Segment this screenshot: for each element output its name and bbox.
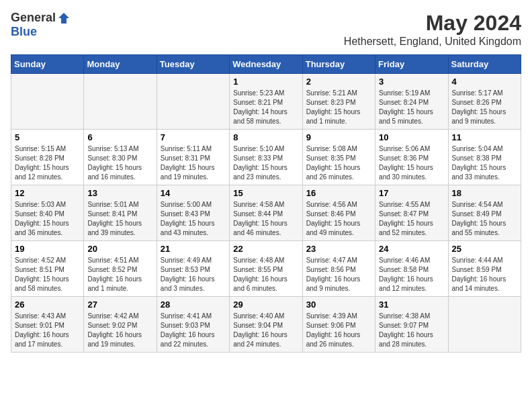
day-number: 17 bbox=[379, 188, 444, 198]
day-detail: Sunrise: 4:44 AM Sunset: 8:59 PM Dayligh… bbox=[452, 256, 517, 293]
day-detail: Sunrise: 4:55 AM Sunset: 8:47 PM Dayligh… bbox=[379, 200, 444, 238]
day-detail: Sunrise: 4:49 AM Sunset: 8:53 PM Dayligh… bbox=[161, 256, 226, 293]
calendar-cell: 1Sunrise: 5:23 AM Sunset: 8:21 PM Daylig… bbox=[230, 74, 302, 130]
day-detail: Sunrise: 5:19 AM Sunset: 8:24 PM Dayligh… bbox=[379, 89, 444, 126]
day-detail: Sunrise: 4:48 AM Sunset: 8:55 PM Dayligh… bbox=[233, 256, 298, 293]
calendar-cell: 22Sunrise: 4:48 AM Sunset: 8:55 PM Dayli… bbox=[230, 241, 302, 297]
calendar-cell: 9Sunrise: 5:08 AM Sunset: 8:35 PM Daylig… bbox=[302, 130, 375, 185]
day-detail: Sunrise: 4:43 AM Sunset: 9:01 PM Dayligh… bbox=[15, 312, 80, 349]
calendar-cell: 15Sunrise: 4:58 AM Sunset: 8:44 PM Dayli… bbox=[230, 185, 302, 241]
day-number: 30 bbox=[306, 300, 371, 310]
day-number: 23 bbox=[306, 244, 371, 254]
day-number: 25 bbox=[452, 244, 517, 254]
title-block: May 2024 Hethersett, England, United Kin… bbox=[344, 11, 521, 48]
calendar-cell: 3Sunrise: 5:19 AM Sunset: 8:24 PM Daylig… bbox=[375, 74, 448, 130]
header-thursday: Thursday bbox=[302, 55, 375, 74]
calendar-cell: 28Sunrise: 4:41 AM Sunset: 9:03 PM Dayli… bbox=[157, 297, 229, 353]
day-detail: Sunrise: 5:21 AM Sunset: 8:23 PM Dayligh… bbox=[306, 89, 371, 126]
calendar-cell: 20Sunrise: 4:51 AM Sunset: 8:52 PM Dayli… bbox=[84, 241, 157, 297]
day-detail: Sunrise: 5:04 AM Sunset: 8:38 PM Dayligh… bbox=[452, 144, 517, 182]
day-number: 14 bbox=[161, 188, 226, 198]
day-detail: Sunrise: 5:11 AM Sunset: 8:31 PM Dayligh… bbox=[161, 144, 226, 182]
day-detail: Sunrise: 4:52 AM Sunset: 8:51 PM Dayligh… bbox=[15, 256, 80, 293]
day-number: 9 bbox=[306, 132, 371, 142]
day-detail: Sunrise: 5:13 AM Sunset: 8:30 PM Dayligh… bbox=[87, 144, 152, 182]
header-friday: Friday bbox=[375, 55, 448, 74]
day-detail: Sunrise: 4:39 AM Sunset: 9:06 PM Dayligh… bbox=[306, 312, 371, 349]
calendar-cell: 25Sunrise: 4:44 AM Sunset: 8:59 PM Dayli… bbox=[448, 241, 521, 297]
day-number: 31 bbox=[379, 300, 444, 310]
calendar-cell bbox=[84, 74, 157, 130]
header-sunday: Sunday bbox=[11, 55, 84, 74]
day-detail: Sunrise: 5:06 AM Sunset: 8:36 PM Dayligh… bbox=[379, 144, 444, 182]
calendar-cell: 12Sunrise: 5:03 AM Sunset: 8:40 PM Dayli… bbox=[11, 185, 84, 241]
calendar-week-row: 1Sunrise: 5:23 AM Sunset: 8:21 PM Daylig… bbox=[11, 74, 521, 130]
subtitle: Hethersett, England, United Kingdom bbox=[344, 36, 521, 48]
calendar-cell: 2Sunrise: 5:21 AM Sunset: 8:23 PM Daylig… bbox=[302, 74, 375, 130]
calendar-cell bbox=[11, 74, 84, 130]
logo: General Blue bbox=[11, 11, 71, 39]
day-number: 13 bbox=[87, 188, 152, 198]
day-detail: Sunrise: 4:42 AM Sunset: 9:02 PM Dayligh… bbox=[87, 312, 152, 349]
calendar-cell: 4Sunrise: 5:17 AM Sunset: 8:26 PM Daylig… bbox=[448, 74, 521, 130]
svg-marker-0 bbox=[58, 13, 69, 24]
day-detail: Sunrise: 4:38 AM Sunset: 9:07 PM Dayligh… bbox=[379, 312, 444, 349]
day-number: 3 bbox=[379, 77, 444, 87]
day-number: 19 bbox=[15, 244, 80, 254]
calendar-cell: 11Sunrise: 5:04 AM Sunset: 8:38 PM Dayli… bbox=[448, 130, 521, 185]
day-detail: Sunrise: 4:51 AM Sunset: 8:52 PM Dayligh… bbox=[87, 256, 152, 293]
day-number: 20 bbox=[87, 244, 152, 254]
calendar-cell: 13Sunrise: 5:01 AM Sunset: 8:41 PM Dayli… bbox=[84, 185, 157, 241]
day-number: 11 bbox=[452, 132, 517, 142]
calendar-cell bbox=[157, 74, 229, 130]
day-detail: Sunrise: 4:56 AM Sunset: 8:46 PM Dayligh… bbox=[306, 200, 371, 238]
day-detail: Sunrise: 4:41 AM Sunset: 9:03 PM Dayligh… bbox=[161, 312, 226, 349]
calendar-table: SundayMondayTuesdayWednesdayThursdayFrid… bbox=[11, 54, 521, 353]
calendar-week-row: 5Sunrise: 5:15 AM Sunset: 8:28 PM Daylig… bbox=[11, 130, 521, 185]
calendar-cell: 17Sunrise: 4:55 AM Sunset: 8:47 PM Dayli… bbox=[375, 185, 448, 241]
calendar-cell: 26Sunrise: 4:43 AM Sunset: 9:01 PM Dayli… bbox=[11, 297, 84, 353]
day-number: 5 bbox=[15, 132, 80, 142]
calendar-cell: 31Sunrise: 4:38 AM Sunset: 9:07 PM Dayli… bbox=[375, 297, 448, 353]
day-detail: Sunrise: 4:40 AM Sunset: 9:04 PM Dayligh… bbox=[233, 312, 298, 349]
day-number: 24 bbox=[379, 244, 444, 254]
calendar-cell: 29Sunrise: 4:40 AM Sunset: 9:04 PM Dayli… bbox=[230, 297, 302, 353]
day-number: 10 bbox=[379, 132, 444, 142]
day-number: 22 bbox=[233, 244, 298, 254]
calendar-cell: 30Sunrise: 4:39 AM Sunset: 9:06 PM Dayli… bbox=[302, 297, 375, 353]
day-number: 8 bbox=[233, 132, 298, 142]
calendar-cell: 14Sunrise: 5:00 AM Sunset: 8:43 PM Dayli… bbox=[157, 185, 229, 241]
day-detail: Sunrise: 5:10 AM Sunset: 8:33 PM Dayligh… bbox=[233, 144, 298, 182]
header-wednesday: Wednesday bbox=[230, 55, 302, 74]
day-detail: Sunrise: 5:23 AM Sunset: 8:21 PM Dayligh… bbox=[233, 89, 298, 126]
day-number: 21 bbox=[161, 244, 226, 254]
logo-general-text: General bbox=[11, 11, 56, 25]
calendar-cell: 19Sunrise: 4:52 AM Sunset: 8:51 PM Dayli… bbox=[11, 241, 84, 297]
day-detail: Sunrise: 5:15 AM Sunset: 8:28 PM Dayligh… bbox=[15, 144, 80, 182]
day-detail: Sunrise: 5:08 AM Sunset: 8:35 PM Dayligh… bbox=[306, 144, 371, 182]
calendar-cell: 18Sunrise: 4:54 AM Sunset: 8:49 PM Dayli… bbox=[448, 185, 521, 241]
day-number: 7 bbox=[161, 132, 226, 142]
main-title: May 2024 bbox=[344, 11, 521, 36]
calendar-cell: 27Sunrise: 4:42 AM Sunset: 9:02 PM Dayli… bbox=[84, 297, 157, 353]
day-detail: Sunrise: 5:00 AM Sunset: 8:43 PM Dayligh… bbox=[161, 200, 226, 238]
day-number: 2 bbox=[306, 77, 371, 87]
calendar-cell: 21Sunrise: 4:49 AM Sunset: 8:53 PM Dayli… bbox=[157, 241, 229, 297]
header: General Blue May 2024 Hethersett, Englan… bbox=[11, 11, 521, 48]
day-number: 12 bbox=[15, 188, 80, 198]
day-number: 28 bbox=[161, 300, 226, 310]
day-number: 4 bbox=[452, 77, 517, 87]
day-number: 15 bbox=[233, 188, 298, 198]
calendar-week-row: 12Sunrise: 5:03 AM Sunset: 8:40 PM Dayli… bbox=[11, 185, 521, 241]
day-detail: Sunrise: 5:03 AM Sunset: 8:40 PM Dayligh… bbox=[15, 200, 80, 238]
day-detail: Sunrise: 5:01 AM Sunset: 8:41 PM Dayligh… bbox=[87, 200, 152, 238]
logo-icon bbox=[57, 11, 71, 25]
day-number: 16 bbox=[306, 188, 371, 198]
calendar-cell: 16Sunrise: 4:56 AM Sunset: 8:46 PM Dayli… bbox=[302, 185, 375, 241]
day-detail: Sunrise: 4:58 AM Sunset: 8:44 PM Dayligh… bbox=[233, 200, 298, 238]
calendar-cell bbox=[448, 297, 521, 353]
day-detail: Sunrise: 4:47 AM Sunset: 8:56 PM Dayligh… bbox=[306, 256, 371, 293]
day-detail: Sunrise: 4:54 AM Sunset: 8:49 PM Dayligh… bbox=[452, 200, 517, 238]
logo-blue-text: Blue bbox=[11, 25, 37, 39]
calendar-header-row: SundayMondayTuesdayWednesdayThursdayFrid… bbox=[11, 55, 521, 74]
